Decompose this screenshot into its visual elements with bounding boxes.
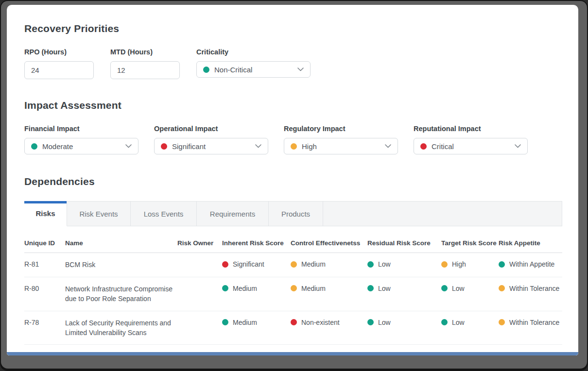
- risk-level-label: Low: [378, 319, 391, 326]
- mtd-input[interactable]: [110, 61, 180, 79]
- col-risk-appetite: Risk Appetite: [499, 226, 562, 253]
- tab-loss-events-label: Loss Events: [144, 210, 184, 218]
- table-row[interactable]: R-80 Network Infrastructure Compromise d…: [24, 277, 562, 311]
- financial-impact-value: Moderate: [42, 142, 125, 151]
- risk-level-label: Within Tolerance: [509, 285, 559, 292]
- name-cell: Network Infrastructure Compromise due to…: [65, 277, 177, 311]
- tab-loss-events[interactable]: Loss Events: [131, 201, 197, 226]
- residual-risk-score-cell: Low: [367, 277, 441, 311]
- risk-level-dot: [441, 261, 448, 268]
- name-cell: Lack of Security Requirements and Limite…: [65, 311, 177, 345]
- risk-appetite-cell: Within Tolerance: [499, 311, 562, 345]
- risk-level-label: Low: [452, 285, 465, 292]
- page-scroll-area: Recovery Priorities RPO (Hours) MTD (Hou…: [7, 5, 578, 352]
- dependencies-title: Dependencies: [24, 176, 562, 187]
- target-risk-score-cell: Low: [441, 277, 499, 311]
- residual-risk-score-cell: Low: [367, 253, 441, 277]
- risk-level-dot: [222, 285, 228, 291]
- col-unique-id: Unique ID: [24, 226, 65, 253]
- operational-impact-select[interactable]: Significant: [154, 138, 268, 154]
- table-header-row: Unique ID Name Risk Owner Inherent Risk …: [24, 226, 562, 253]
- control-effectiveness-cell: Medium: [291, 277, 367, 311]
- inherent-risk-score-cell: Medium: [222, 277, 291, 311]
- risk-level-label: Medium: [233, 319, 257, 326]
- reputational-impact-select[interactable]: Critical: [414, 138, 528, 154]
- col-control-effectiveness: Control Effectivenetss: [291, 226, 367, 253]
- risk-level-label: Low: [452, 319, 465, 326]
- risk-level-dot: [441, 285, 448, 291]
- risk-level-label: Within Tolerance: [509, 319, 559, 326]
- target-risk-score-cell: High: [441, 253, 499, 277]
- risk-level-label: Within Appetite: [509, 260, 554, 268]
- criticality-field: Criticality Non-Critical: [196, 48, 311, 78]
- tab-products-label: Products: [281, 210, 310, 218]
- impact-assessment-section: Impact Assessment Financial Impact Moder…: [24, 100, 562, 154]
- risk-level-dot: [291, 285, 297, 291]
- table-row[interactable]: R-81 BCM Risk Significant Medium Low: [24, 253, 562, 277]
- col-inherent-risk-score: Inherent Risk Score: [222, 226, 291, 253]
- regulatory-impact-field: Regulatory Impact High: [284, 125, 398, 154]
- rpo-label: RPO (Hours): [24, 48, 94, 56]
- financial-impact-field: Financial Impact Moderate: [24, 125, 138, 154]
- risk-level-dot: [222, 261, 228, 268]
- risk-level-label: Medium: [301, 285, 326, 292]
- risks-table: Unique ID Name Risk Owner Inherent Risk …: [24, 226, 562, 345]
- risk-level-dot: [222, 319, 228, 325]
- tab-risk-events[interactable]: Risk Events: [67, 201, 131, 226]
- risk-level-label: Medium: [301, 260, 326, 268]
- tab-risks[interactable]: Risks: [24, 201, 67, 226]
- financial-impact-label: Financial Impact: [24, 125, 138, 133]
- risk-level-dot: [367, 319, 374, 325]
- col-name: Name: [65, 226, 177, 253]
- chevron-down-icon: [515, 144, 521, 148]
- operational-impact-value: Significant: [172, 142, 255, 151]
- criticality-label: Criticality: [196, 48, 311, 56]
- recovery-priorities-section: Recovery Priorities RPO (Hours) MTD (Hou…: [24, 23, 562, 79]
- control-effectiveness-cell: Non-existent: [291, 311, 367, 345]
- chevron-down-icon: [255, 144, 261, 148]
- unique-id-cell: R-81: [24, 253, 65, 277]
- recovery-priorities-title: Recovery Priorities: [24, 23, 562, 34]
- inherent-risk-score-cell: Significant: [222, 253, 291, 277]
- tabbar-filler: [323, 201, 562, 226]
- risk-level-dot: [499, 319, 505, 325]
- risk-appetite-cell: Within Appetite: [499, 253, 562, 277]
- reputational-impact-label: Reputational Impact: [414, 125, 528, 133]
- risk-owner-cell: [177, 311, 222, 345]
- risk-level-label: Low: [378, 260, 391, 268]
- risk-owner-cell: [177, 277, 222, 311]
- criticality-status-dot: [203, 67, 209, 73]
- horizontal-scrollbar[interactable]: [7, 352, 578, 355]
- col-residual-risk-score: Residual Risk Score: [367, 226, 441, 253]
- table-row[interactable]: R-78 Lack of Security Requirements and L…: [24, 311, 562, 345]
- financial-impact-select[interactable]: Moderate: [24, 138, 138, 154]
- active-tab-indicator: [24, 201, 67, 203]
- reputational-impact-value: Critical: [432, 142, 515, 151]
- operational-impact-status-dot: [161, 143, 167, 150]
- criticality-select[interactable]: Non-Critical: [196, 61, 311, 78]
- col-target-risk-score: Target Risk Score: [441, 226, 499, 253]
- risk-appetite-cell: Within Tolerance: [499, 277, 562, 311]
- regulatory-impact-value: High: [302, 142, 385, 151]
- regulatory-impact-select[interactable]: High: [284, 138, 398, 154]
- control-effectiveness-cell: Medium: [291, 253, 367, 277]
- rpo-input[interactable]: [24, 61, 94, 79]
- inherent-risk-score-cell: Medium: [222, 311, 291, 345]
- unique-id-cell: R-78: [24, 311, 65, 345]
- residual-risk-score-cell: Low: [367, 311, 441, 345]
- risk-level-dot: [367, 261, 374, 268]
- unique-id-cell: R-80: [24, 277, 65, 311]
- name-cell: BCM Risk: [65, 253, 177, 277]
- tab-products[interactable]: Products: [269, 201, 323, 226]
- reputational-impact-status-dot: [420, 143, 427, 150]
- criticality-value: Non-Critical: [214, 66, 297, 74]
- tab-risks-label: Risks: [35, 209, 55, 218]
- risk-level-dot: [367, 285, 374, 291]
- dependencies-tabbar: Risks Risk Events Loss Events Requiremen…: [24, 201, 562, 226]
- tab-risk-events-label: Risk Events: [79, 210, 118, 218]
- dependencies-section: Dependencies Risks Risk Events Loss Even…: [24, 176, 562, 345]
- risk-level-label: Medium: [233, 285, 257, 292]
- tab-requirements[interactable]: Requirements: [197, 201, 269, 226]
- content-area: Recovery Priorities RPO (Hours) MTD (Hou…: [7, 5, 578, 355]
- chevron-down-icon: [385, 144, 391, 148]
